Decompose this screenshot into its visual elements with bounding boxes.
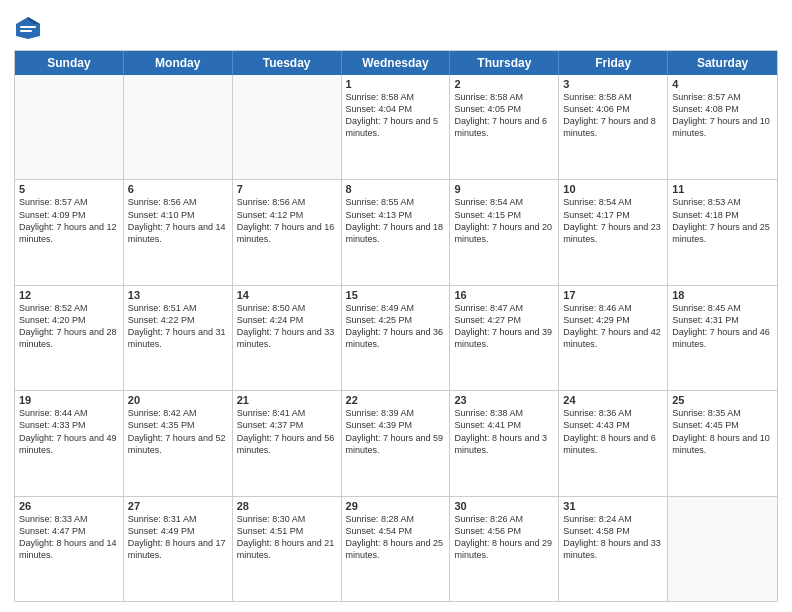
day-number: 29 xyxy=(346,500,446,512)
day-number: 5 xyxy=(19,183,119,195)
logo-icon xyxy=(14,14,42,42)
cal-cell: 5Sunrise: 8:57 AMSunset: 4:09 PMDaylight… xyxy=(15,180,124,284)
cal-cell: 4Sunrise: 8:57 AMSunset: 4:08 PMDaylight… xyxy=(668,75,777,179)
cal-cell: 22Sunrise: 8:39 AMSunset: 4:39 PMDayligh… xyxy=(342,391,451,495)
cal-cell: 29Sunrise: 8:28 AMSunset: 4:54 PMDayligh… xyxy=(342,497,451,601)
day-info: Sunrise: 8:33 AMSunset: 4:47 PMDaylight:… xyxy=(19,513,119,562)
day-number: 10 xyxy=(563,183,663,195)
cal-cell xyxy=(124,75,233,179)
day-number: 31 xyxy=(563,500,663,512)
cal-week-1: 1Sunrise: 8:58 AMSunset: 4:04 PMDaylight… xyxy=(15,75,777,180)
day-info: Sunrise: 8:45 AMSunset: 4:31 PMDaylight:… xyxy=(672,302,773,351)
cal-week-3: 12Sunrise: 8:52 AMSunset: 4:20 PMDayligh… xyxy=(15,286,777,391)
day-info: Sunrise: 8:58 AMSunset: 4:06 PMDaylight:… xyxy=(563,91,663,140)
day-info: Sunrise: 8:24 AMSunset: 4:58 PMDaylight:… xyxy=(563,513,663,562)
day-number: 22 xyxy=(346,394,446,406)
cal-cell: 28Sunrise: 8:30 AMSunset: 4:51 PMDayligh… xyxy=(233,497,342,601)
day-info: Sunrise: 8:54 AMSunset: 4:15 PMDaylight:… xyxy=(454,196,554,245)
day-info: Sunrise: 8:35 AMSunset: 4:45 PMDaylight:… xyxy=(672,407,773,456)
day-info: Sunrise: 8:46 AMSunset: 4:29 PMDaylight:… xyxy=(563,302,663,351)
day-info: Sunrise: 8:36 AMSunset: 4:43 PMDaylight:… xyxy=(563,407,663,456)
cal-week-2: 5Sunrise: 8:57 AMSunset: 4:09 PMDaylight… xyxy=(15,180,777,285)
svg-rect-3 xyxy=(20,30,32,32)
day-info: Sunrise: 8:52 AMSunset: 4:20 PMDaylight:… xyxy=(19,302,119,351)
day-number: 27 xyxy=(128,500,228,512)
day-number: 16 xyxy=(454,289,554,301)
day-info: Sunrise: 8:58 AMSunset: 4:04 PMDaylight:… xyxy=(346,91,446,140)
day-info: Sunrise: 8:53 AMSunset: 4:18 PMDaylight:… xyxy=(672,196,773,245)
day-info: Sunrise: 8:57 AMSunset: 4:09 PMDaylight:… xyxy=(19,196,119,245)
day-number: 13 xyxy=(128,289,228,301)
day-info: Sunrise: 8:55 AMSunset: 4:13 PMDaylight:… xyxy=(346,196,446,245)
cal-cell: 11Sunrise: 8:53 AMSunset: 4:18 PMDayligh… xyxy=(668,180,777,284)
cal-cell: 21Sunrise: 8:41 AMSunset: 4:37 PMDayligh… xyxy=(233,391,342,495)
day-number: 25 xyxy=(672,394,773,406)
cal-cell: 12Sunrise: 8:52 AMSunset: 4:20 PMDayligh… xyxy=(15,286,124,390)
day-number: 28 xyxy=(237,500,337,512)
cal-cell: 27Sunrise: 8:31 AMSunset: 4:49 PMDayligh… xyxy=(124,497,233,601)
day-number: 6 xyxy=(128,183,228,195)
day-info: Sunrise: 8:58 AMSunset: 4:05 PMDaylight:… xyxy=(454,91,554,140)
day-info: Sunrise: 8:31 AMSunset: 4:49 PMDaylight:… xyxy=(128,513,228,562)
cal-cell: 3Sunrise: 8:58 AMSunset: 4:06 PMDaylight… xyxy=(559,75,668,179)
day-info: Sunrise: 8:26 AMSunset: 4:56 PMDaylight:… xyxy=(454,513,554,562)
day-number: 21 xyxy=(237,394,337,406)
svg-rect-2 xyxy=(20,26,36,28)
cal-cell: 7Sunrise: 8:56 AMSunset: 4:12 PMDaylight… xyxy=(233,180,342,284)
day-info: Sunrise: 8:41 AMSunset: 4:37 PMDaylight:… xyxy=(237,407,337,456)
day-number: 18 xyxy=(672,289,773,301)
day-number: 9 xyxy=(454,183,554,195)
day-info: Sunrise: 8:42 AMSunset: 4:35 PMDaylight:… xyxy=(128,407,228,456)
day-info: Sunrise: 8:49 AMSunset: 4:25 PMDaylight:… xyxy=(346,302,446,351)
day-number: 8 xyxy=(346,183,446,195)
cal-cell: 13Sunrise: 8:51 AMSunset: 4:22 PMDayligh… xyxy=(124,286,233,390)
calendar-body: 1Sunrise: 8:58 AMSunset: 4:04 PMDaylight… xyxy=(15,75,777,601)
cal-cell xyxy=(15,75,124,179)
cal-cell: 10Sunrise: 8:54 AMSunset: 4:17 PMDayligh… xyxy=(559,180,668,284)
cal-header-sunday: Sunday xyxy=(15,51,124,75)
cal-cell: 23Sunrise: 8:38 AMSunset: 4:41 PMDayligh… xyxy=(450,391,559,495)
cal-header-saturday: Saturday xyxy=(668,51,777,75)
day-info: Sunrise: 8:38 AMSunset: 4:41 PMDaylight:… xyxy=(454,407,554,456)
day-number: 20 xyxy=(128,394,228,406)
day-number: 11 xyxy=(672,183,773,195)
day-info: Sunrise: 8:50 AMSunset: 4:24 PMDaylight:… xyxy=(237,302,337,351)
cal-cell: 9Sunrise: 8:54 AMSunset: 4:15 PMDaylight… xyxy=(450,180,559,284)
day-info: Sunrise: 8:57 AMSunset: 4:08 PMDaylight:… xyxy=(672,91,773,140)
calendar-header-row: SundayMondayTuesdayWednesdayThursdayFrid… xyxy=(15,51,777,75)
day-info: Sunrise: 8:54 AMSunset: 4:17 PMDaylight:… xyxy=(563,196,663,245)
page: SundayMondayTuesdayWednesdayThursdayFrid… xyxy=(0,0,792,612)
cal-cell xyxy=(668,497,777,601)
day-number: 14 xyxy=(237,289,337,301)
cal-cell: 6Sunrise: 8:56 AMSunset: 4:10 PMDaylight… xyxy=(124,180,233,284)
cal-cell: 25Sunrise: 8:35 AMSunset: 4:45 PMDayligh… xyxy=(668,391,777,495)
day-info: Sunrise: 8:51 AMSunset: 4:22 PMDaylight:… xyxy=(128,302,228,351)
day-number: 17 xyxy=(563,289,663,301)
cal-header-friday: Friday xyxy=(559,51,668,75)
day-number: 2 xyxy=(454,78,554,90)
day-info: Sunrise: 8:39 AMSunset: 4:39 PMDaylight:… xyxy=(346,407,446,456)
day-number: 30 xyxy=(454,500,554,512)
day-info: Sunrise: 8:30 AMSunset: 4:51 PMDaylight:… xyxy=(237,513,337,562)
header xyxy=(14,10,778,42)
logo xyxy=(14,14,46,42)
cal-cell: 24Sunrise: 8:36 AMSunset: 4:43 PMDayligh… xyxy=(559,391,668,495)
cal-cell: 19Sunrise: 8:44 AMSunset: 4:33 PMDayligh… xyxy=(15,391,124,495)
day-number: 24 xyxy=(563,394,663,406)
day-number: 3 xyxy=(563,78,663,90)
day-number: 19 xyxy=(19,394,119,406)
cal-cell: 18Sunrise: 8:45 AMSunset: 4:31 PMDayligh… xyxy=(668,286,777,390)
cal-week-4: 19Sunrise: 8:44 AMSunset: 4:33 PMDayligh… xyxy=(15,391,777,496)
cal-header-monday: Monday xyxy=(124,51,233,75)
day-info: Sunrise: 8:56 AMSunset: 4:10 PMDaylight:… xyxy=(128,196,228,245)
day-number: 26 xyxy=(19,500,119,512)
day-info: Sunrise: 8:47 AMSunset: 4:27 PMDaylight:… xyxy=(454,302,554,351)
cal-cell: 26Sunrise: 8:33 AMSunset: 4:47 PMDayligh… xyxy=(15,497,124,601)
calendar: SundayMondayTuesdayWednesdayThursdayFrid… xyxy=(14,50,778,602)
day-info: Sunrise: 8:28 AMSunset: 4:54 PMDaylight:… xyxy=(346,513,446,562)
cal-cell: 31Sunrise: 8:24 AMSunset: 4:58 PMDayligh… xyxy=(559,497,668,601)
cal-cell: 1Sunrise: 8:58 AMSunset: 4:04 PMDaylight… xyxy=(342,75,451,179)
cal-header-wednesday: Wednesday xyxy=(342,51,451,75)
day-number: 15 xyxy=(346,289,446,301)
day-number: 12 xyxy=(19,289,119,301)
